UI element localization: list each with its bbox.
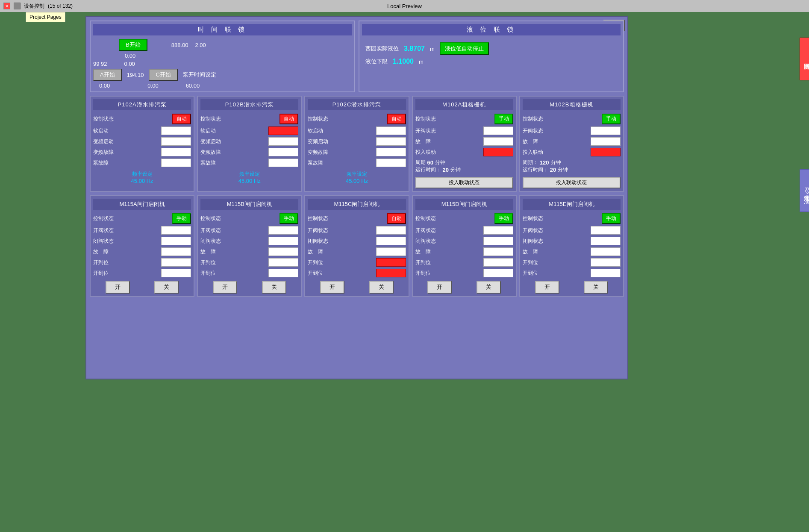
a-start-button[interactable]: A开始 bbox=[93, 69, 122, 81]
P102A-freq-value: 45.00 Hz bbox=[93, 178, 191, 184]
P102B-softstart-box bbox=[268, 126, 298, 135]
M115C-close-button[interactable]: 关 bbox=[369, 281, 394, 294]
M115A-control-btn[interactable]: 手动 bbox=[172, 213, 191, 224]
M115A-valveclose-box bbox=[161, 237, 191, 245]
M115C-valveopen-box bbox=[376, 226, 406, 235]
M115E-open-button[interactable]: 开 bbox=[535, 281, 559, 294]
P102A-softstart-box bbox=[161, 126, 191, 135]
M115D-openpos2-box bbox=[483, 269, 513, 277]
M115A-control-row: 控制状态 手动 bbox=[93, 213, 191, 224]
P102A-vfdstart-box bbox=[161, 137, 191, 146]
panel-M115E-header: M115E闸门启闭机 bbox=[523, 199, 621, 210]
panel-M102A: M102A粗格栅机 控制状态 手动 开阀状态 故 障 投入联动 bbox=[412, 96, 517, 192]
P102B-vfdfault-box bbox=[268, 148, 298, 156]
M115E-control-label: 控制状态 bbox=[523, 215, 546, 222]
M102A-valveopen-label: 开阀状态 bbox=[415, 127, 439, 135]
M115B-openpos2-label: 开到位 bbox=[200, 270, 224, 277]
panel-P102C-header: P102C潜水排污泵 bbox=[308, 99, 406, 110]
M102A-control-btn[interactable]: 手动 bbox=[494, 114, 513, 124]
M115C-fault-box bbox=[376, 247, 406, 256]
time-lock-header: 时 间 联 锁 bbox=[93, 24, 352, 35]
M102A-control-label: 控制状态 bbox=[415, 115, 439, 123]
liquid-unit-1: m bbox=[430, 46, 435, 52]
M102B-control-btn[interactable]: 手动 bbox=[602, 114, 621, 124]
P102B-control-row: 控制状态 自动 bbox=[200, 114, 298, 124]
M102B-control-row: 控制状态 手动 bbox=[523, 114, 621, 124]
M115D-control-btn[interactable]: 手动 bbox=[494, 213, 513, 224]
M115C-control-btn[interactable]: 自动 bbox=[387, 213, 406, 224]
liquid-stop-button[interactable]: 液位低自动停止 bbox=[440, 42, 489, 55]
val-c: 0.00 bbox=[147, 82, 158, 89]
M102B-linked-box bbox=[591, 148, 621, 156]
M115E-valveclose-label: 闭阀状态 bbox=[523, 238, 546, 245]
liquid-lock-panel: 液 位 联 锁 西园实际液位 3.8707 m 液位低自动停止 液位下限 1.1… bbox=[359, 21, 624, 92]
P102B-pumpfault-box bbox=[268, 159, 298, 167]
M115A-btn-row: 开 关 bbox=[93, 281, 191, 294]
panel-P102B: P102B潜水排污泵 控制状态 自动 软启动 变频启动 变频故障 bbox=[197, 96, 302, 192]
project-pages-label: Project Pages bbox=[29, 14, 62, 20]
P102A-vfdstart-label: 变频启动 bbox=[93, 138, 117, 145]
P102A-pumpfault-box bbox=[161, 159, 191, 167]
P102B-freq-label: 频率设定 bbox=[200, 170, 298, 178]
M115D-openpos1-row: 开到位 bbox=[415, 258, 513, 267]
P102C-control-btn[interactable]: 自动 bbox=[387, 114, 406, 124]
panel-M102B: M102B粗格栅机 控制状态 手动 开阀状态 故 障 投入联动 bbox=[519, 96, 624, 192]
M115A-open-button[interactable]: 开 bbox=[106, 281, 130, 294]
window-close-button[interactable]: ✕ bbox=[3, 3, 10, 9]
M115C-openpos1-row: 开到位 bbox=[308, 258, 406, 267]
M115E-openpos2-box bbox=[591, 269, 621, 277]
M115E-control-btn[interactable]: 手动 bbox=[602, 213, 621, 224]
P102A-row-vfdstart: 变频启动 bbox=[93, 137, 191, 146]
M115C-valveopen-label: 开阀状态 bbox=[308, 227, 331, 234]
M115B-control-btn[interactable]: 手动 bbox=[279, 213, 298, 224]
M115A-valveopen-row: 开阀状态 bbox=[93, 226, 191, 235]
M115A-valveopen-box bbox=[161, 226, 191, 235]
equipment-row: P102A潜水排污泵 控制状态 自动 软启动 变频启动 变频故障 bbox=[90, 96, 624, 192]
P102A-control-btn[interactable]: 自动 bbox=[172, 114, 191, 124]
val-a: 0.00 bbox=[99, 82, 110, 89]
M115E-close-button[interactable]: 关 bbox=[584, 281, 608, 294]
liquid-lock-header: 液 位 联 锁 bbox=[362, 24, 621, 35]
M115A-openpos2-box bbox=[161, 269, 191, 277]
M115B-valveclose-row: 闭阀状态 bbox=[200, 237, 298, 245]
M115B-open-button[interactable]: 开 bbox=[213, 281, 237, 294]
M102B-linked-state-btn[interactable]: 投入联动状态 bbox=[523, 177, 621, 188]
liquid-value-2: 1.1000 bbox=[393, 58, 414, 65]
project-pages-tooltip[interactable]: Project Pages bbox=[26, 12, 65, 22]
M115C-open-button[interactable]: 开 bbox=[320, 281, 344, 294]
liquid-label-2: 液位下限 bbox=[365, 58, 388, 65]
aerate-button[interactable]: B池曝气2池 bbox=[800, 169, 809, 212]
M102A-linked-state-btn[interactable]: 投入联动状态 bbox=[415, 177, 513, 188]
M115D-close-button[interactable]: 关 bbox=[477, 281, 501, 294]
M115A-openpos2-label: 开到位 bbox=[93, 270, 117, 277]
b-val: 0.00 bbox=[125, 53, 135, 59]
time-val1: 888.00 bbox=[171, 42, 188, 48]
panel-M102A-header: M102A粗格栅机 bbox=[415, 99, 513, 110]
P102C-vfdstart-label: 变频启动 bbox=[308, 138, 331, 145]
M115E-openpos2-row: 开到位 bbox=[523, 269, 621, 277]
liquid-row-1: 西园实际液位 3.8707 m 液位低自动停止 bbox=[365, 42, 617, 55]
M115D-open-button[interactable]: 开 bbox=[427, 281, 452, 294]
P102B-control-btn[interactable]: 自动 bbox=[279, 114, 298, 124]
M115E-valveclose-box bbox=[591, 237, 621, 245]
M115C-openpos2-box bbox=[376, 269, 406, 277]
panel-M102B-header: M102B粗格栅机 bbox=[523, 99, 621, 110]
c-start-button[interactable]: C开始 bbox=[149, 69, 177, 81]
M115B-valveopen-row: 开阀状态 bbox=[200, 226, 298, 235]
panel-M115A-header: M115A闸门启闭机 bbox=[93, 199, 191, 210]
P102A-control-label: 控制状态 bbox=[93, 115, 117, 123]
gate-row: M115A闸门启闭机 控制状态 手动 开阀状态 闭阀状态 故 障 bbox=[90, 195, 624, 297]
M115E-btn-row: 开 关 bbox=[523, 281, 621, 294]
P102C-row-softstart: 软启动 bbox=[308, 126, 406, 135]
P102B-vfdstart-box bbox=[268, 137, 298, 146]
P102C-row-vfdstart: 变频启动 bbox=[308, 137, 406, 146]
M115B-btn-row: 开 关 bbox=[200, 281, 298, 294]
M115B-close-button[interactable]: 关 bbox=[262, 281, 286, 294]
panel-M115D: M115D闸门启闭机 控制状态 手动 开阀状态 闭阀状态 故 障 bbox=[412, 195, 517, 297]
P102C-control-row: 控制状态 自动 bbox=[308, 114, 406, 124]
new-return-button[interactable]: 新增回流 bbox=[800, 38, 809, 80]
b-start-button[interactable]: B开始 bbox=[119, 39, 147, 51]
app-name: 设备控制 bbox=[24, 3, 44, 10]
M115A-close-button[interactable]: 关 bbox=[154, 281, 179, 294]
liquid-label-1: 西园实际液位 bbox=[365, 45, 399, 53]
